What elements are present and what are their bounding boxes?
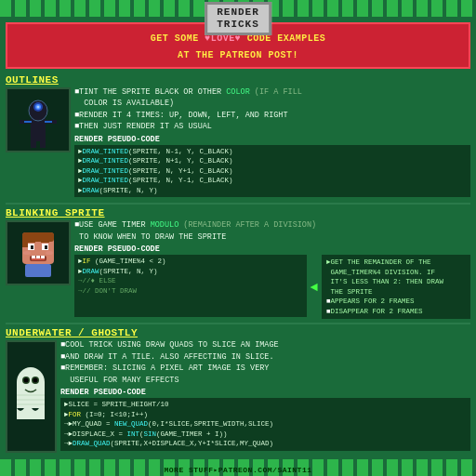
svg-point-27 — [23, 251, 31, 255]
underwater-code-5: →►DRAW_QUAD(SPRITE,X+DISPLACE_X,Y+I*SLIC… — [64, 439, 467, 449]
blinking-code-area: ►IF (GAME_TIME%4 < 2) ►DRAW(SPRITE, N, Y… — [74, 255, 470, 319]
outlines-pseudo-label: RENDER PSEUDO-CODE — [74, 135, 470, 144]
underwater-bullet2: ■AND DRAW IT A TILE. ALSO AFFECTING IN S… — [60, 352, 470, 363]
blinking-content: ■USE GAME TIMER MODULO (REMAINDER AFTER … — [6, 220, 470, 319]
underwater-code-1: ►SLICE = SPRITE_HEIGHT/10 — [64, 400, 467, 410]
svg-rect-35 — [17, 394, 45, 396]
outlines-content: ■TINT THE SPRITE BLACK OR OTHER COLOR (I… — [6, 87, 470, 199]
divider-1 — [6, 203, 470, 205]
svg-rect-26 — [25, 264, 51, 277]
svg-rect-24 — [36, 256, 40, 258]
outlines-bullet1: ■TINT THE SPRITE BLACK OR OTHER COLOR (I… — [74, 87, 470, 98]
outlines-code-3: ►DRAW_TINTED(SPRITE, N, Y+1, C_BLACK) — [78, 166, 467, 177]
ghost-svg — [10, 362, 52, 431]
blinking-side-note: ►GET THE REMAINDER OF THE GAME_TIMER%4 D… — [322, 255, 470, 319]
footer-text: MORE STUFF▸PATREON.COM/SAINT11 — [164, 466, 311, 474]
outlines-code-5: ►DRAW(SPRITE, N, Y) — [78, 186, 467, 196]
divider-2 — [6, 323, 470, 324]
svg-rect-20 — [41, 241, 49, 243]
main-content: GET SOME ♥LOVE♥ CODE EXAMPLES AT THE PAT… — [0, 17, 476, 459]
svg-rect-7 — [31, 139, 36, 148]
underwater-text: ■COOL TRICK USING DRAW QUADS TO SLICE AN… — [60, 340, 470, 452]
blinking-code-2: ►DRAW(SPRITE, N, Y) — [78, 267, 303, 277]
svg-rect-0 — [31, 118, 46, 141]
blinking-code-4: →// DON'T DRAW — [78, 286, 303, 297]
svg-rect-18 — [45, 245, 47, 249]
svg-point-34 — [33, 378, 38, 383]
underwater-bullet3: ■REMEMBER: SLICING A PIXEL ART IMAGE IS … — [60, 364, 470, 374]
svg-rect-23 — [32, 256, 35, 258]
svg-point-33 — [24, 378, 29, 383]
outlines-code-1: ►DRAW_TINTED(SPRITE, N-1, Y, C_BLACK) — [78, 147, 467, 157]
blinking-bullet2: TO KNOW WHEN TO DRAW THE SPRITE — [74, 232, 470, 243]
outlines-code-2: ►DRAW_TINTED(SPRITE, N+1, Y, C_BLACK) — [78, 156, 467, 166]
underwater-code-4: →►DISPLACE_X = INT(SIN(GAME_TIMER + I)) — [64, 430, 467, 440]
underwater-code-2: ►FOR (I=0; I<10;I++) — [64, 410, 467, 420]
title-banner: RENDER TRICKS — [205, 2, 271, 35]
outlines-sprite — [6, 87, 71, 152]
svg-rect-8 — [40, 139, 46, 148]
outlines-sprite-svg — [10, 90, 66, 151]
svg-rect-36 — [17, 399, 45, 401]
side-note-text: ►GET THE REMAINDER OF THE GAME_TIMER%4 D… — [326, 258, 466, 316]
underwater-sprite — [6, 340, 57, 452]
outlines-bullet2: ■RENDER IT 4 TIMES: UP, DOWN, LEFT, AND … — [74, 111, 470, 121]
underwater-bullet4: USEFUL FOR MANY EFFECTS — [60, 376, 470, 386]
outlines-text: ■TINT THE SPRITE BLACK OR OTHER COLOR (I… — [74, 87, 470, 199]
underwater-bullet1: ■COOL TRICK USING DRAW QUADS TO SLICE AN… — [60, 340, 470, 350]
underwater-code: ►SLICE = SPRITE_HEIGHT/10 ►FOR (I=0; I<1… — [60, 398, 470, 451]
section-outlines: OUTLINES — [6, 74, 470, 199]
blinking-arrow: ◄ — [311, 255, 318, 319]
outlines-header: OUTLINES — [6, 74, 470, 86]
outlines-bullet1b: COLOR IS AVAILABLE) — [74, 99, 470, 109]
svg-rect-37 — [17, 403, 45, 405]
outlines-bullet3: ■THEN JUST RENDER IT AS USUAL — [74, 122, 470, 132]
section-underwater: UNDERWATER / GHOSTLY — [6, 327, 470, 452]
blinking-pseudo-label: RENDER PSEUDO-CODE — [74, 245, 470, 254]
title-line1: RENDER — [217, 7, 259, 19]
blinking-code-1: ►IF (GAME_TIME%4 < 2) — [78, 257, 303, 267]
section-blinking: BLINKING SPRITE — [6, 207, 470, 319]
underwater-content: ■COOL TRICK USING DRAW QUADS TO SLICE AN… — [6, 340, 470, 452]
blinking-code-3: →//♦ ELSE — [78, 276, 303, 286]
outlines-code-4: ►DRAW_TINTED(SPRITE, N, Y-1, C_BLACK) — [78, 176, 467, 186]
svg-rect-9 — [24, 121, 32, 123]
underwater-pseudo-label: RENDER PSEUDO-CODE — [60, 388, 470, 397]
blinking-bullet1: ■USE GAME TIMER MODULO (REMAINDER AFTER … — [74, 220, 470, 231]
blinking-header: BLINKING SPRITE — [6, 207, 470, 218]
svg-rect-25 — [41, 256, 45, 258]
underwater-code-3: →►MY_QUAD = NEW_QUAD(0,I*SLICE,SPRITE_WI… — [64, 419, 467, 430]
blinking-sprite-svg — [11, 225, 65, 281]
blinking-text: ■USE GAME TIMER MODULO (REMAINDER AFTER … — [74, 220, 470, 319]
svg-rect-10 — [45, 121, 52, 123]
svg-rect-17 — [31, 245, 33, 249]
svg-rect-19 — [27, 241, 35, 243]
underwater-header: UNDERWATER / GHOSTLY — [6, 327, 470, 338]
promo-text: GET SOME ♥LOVE♥ CODE EXAMPLES AT THE PAT… — [151, 33, 326, 60]
svg-point-4 — [37, 105, 40, 108]
outlines-code: ►DRAW_TINTED(SPRITE, N-1, Y, C_BLACK) ►D… — [74, 145, 470, 198]
svg-point-28 — [46, 251, 53, 255]
blinking-sprite — [6, 220, 71, 285]
bottom-border: MORE STUFF▸PATREON.COM/SAINT11 — [0, 459, 476, 476]
blinking-code: ►IF (GAME_TIME%4 < 2) ►DRAW(SPRITE, N, Y… — [74, 255, 307, 317]
title-line2: TRICKS — [217, 19, 259, 31]
